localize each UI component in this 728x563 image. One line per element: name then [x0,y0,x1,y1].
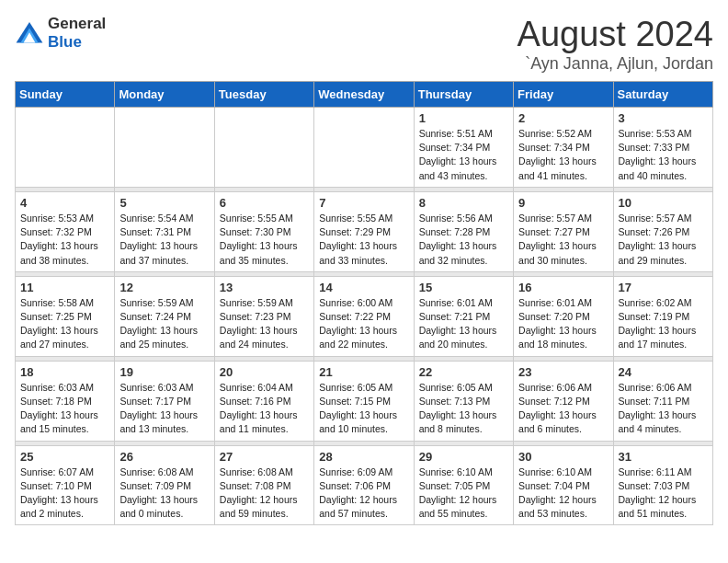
day-number: 17 [619,281,708,294]
logo-general: General [48,15,106,32]
title-block: August 2024 `Ayn Janna, Ajlun, Jordan [518,15,713,74]
day-info: Sunrise: 6:05 AM Sunset: 7:13 PM Dayligh… [419,381,508,437]
day-info: Sunrise: 6:01 AM Sunset: 7:20 PM Dayligh… [518,296,608,352]
day-number: 11 [20,281,109,294]
col-thursday: Thursday [414,82,513,108]
day-info: Sunrise: 6:10 AM Sunset: 7:04 PM Dayligh… [518,465,608,522]
calendar-header-row: Sunday Monday Tuesday Wednesday Thursday… [16,82,713,108]
day-number: 25 [20,450,109,464]
table-row: 24Sunrise: 6:06 AM Sunset: 7:11 PM Dayli… [613,361,712,441]
day-number: 7 [319,196,408,210]
table-row: 22Sunrise: 6:05 AM Sunset: 7:13 PM Dayli… [414,361,513,441]
calendar-week-row: 18Sunrise: 6:03 AM Sunset: 7:18 PM Dayli… [16,361,713,441]
day-info: Sunrise: 6:11 AM Sunset: 7:03 PM Dayligh… [619,465,708,522]
location-title: `Ayn Janna, Ajlun, Jordan [518,54,713,74]
table-row: 11Sunrise: 5:58 AM Sunset: 7:25 PM Dayli… [16,276,115,356]
table-row: 14Sunrise: 6:00 AM Sunset: 7:22 PM Dayli… [314,276,414,356]
day-number: 24 [619,365,708,379]
table-row: 10Sunrise: 5:57 AM Sunset: 7:26 PM Dayli… [613,191,712,271]
table-row [115,108,214,188]
calendar-table: Sunday Monday Tuesday Wednesday Thursday… [15,81,713,525]
col-saturday: Saturday [613,82,712,108]
table-row: 8Sunrise: 5:56 AM Sunset: 7:28 PM Daylig… [414,191,513,271]
col-monday: Monday [115,82,214,108]
day-number: 15 [419,281,508,294]
table-row: 4Sunrise: 5:53 AM Sunset: 7:32 PM Daylig… [16,191,115,271]
day-number: 23 [518,365,608,379]
table-row: 1Sunrise: 5:51 AM Sunset: 7:34 PM Daylig… [414,108,513,188]
table-row: 9Sunrise: 5:57 AM Sunset: 7:27 PM Daylig… [514,191,613,271]
day-number: 14 [319,281,408,294]
day-info: Sunrise: 5:53 AM Sunset: 7:32 PM Dayligh… [20,212,109,268]
day-info: Sunrise: 6:07 AM Sunset: 7:10 PM Dayligh… [20,465,109,522]
day-info: Sunrise: 6:06 AM Sunset: 7:11 PM Dayligh… [619,381,708,437]
day-info: Sunrise: 6:01 AM Sunset: 7:21 PM Dayligh… [419,296,508,352]
day-info: Sunrise: 6:06 AM Sunset: 7:12 PM Dayligh… [518,381,608,437]
calendar-week-row: 1Sunrise: 5:51 AM Sunset: 7:34 PM Daylig… [16,108,713,188]
day-info: Sunrise: 6:10 AM Sunset: 7:05 PM Dayligh… [419,465,508,522]
calendar-week-row: 25Sunrise: 6:07 AM Sunset: 7:10 PM Dayli… [16,445,713,525]
day-info: Sunrise: 5:58 AM Sunset: 7:25 PM Dayligh… [20,296,109,352]
table-row [314,108,414,188]
day-number: 20 [220,365,309,379]
table-row: 21Sunrise: 6:05 AM Sunset: 7:15 PM Dayli… [314,361,414,441]
table-row: 2Sunrise: 5:52 AM Sunset: 7:34 PM Daylig… [514,108,613,188]
table-row: 30Sunrise: 6:10 AM Sunset: 7:04 PM Dayli… [514,445,613,525]
table-row: 23Sunrise: 6:06 AM Sunset: 7:12 PM Dayli… [514,361,613,441]
day-number: 2 [518,111,608,125]
day-number: 22 [419,365,508,379]
day-number: 8 [419,196,508,210]
day-number: 18 [20,365,109,379]
calendar-week-row: 11Sunrise: 5:58 AM Sunset: 7:25 PM Dayli… [16,276,713,356]
day-number: 31 [619,450,708,464]
col-wednesday: Wednesday [314,82,414,108]
table-row: 13Sunrise: 5:59 AM Sunset: 7:23 PM Dayli… [214,276,313,356]
day-number: 1 [419,111,508,125]
day-number: 30 [518,450,608,464]
table-row: 17Sunrise: 6:02 AM Sunset: 7:19 PM Dayli… [613,276,712,356]
logo-icon [15,20,44,46]
calendar-week-row: 4Sunrise: 5:53 AM Sunset: 7:32 PM Daylig… [16,191,713,271]
table-row: 12Sunrise: 5:59 AM Sunset: 7:24 PM Dayli… [115,276,214,356]
day-info: Sunrise: 6:09 AM Sunset: 7:06 PM Dayligh… [319,465,408,522]
col-friday: Friday [514,82,613,108]
day-number: 28 [319,450,408,464]
table-row: 5Sunrise: 5:54 AM Sunset: 7:31 PM Daylig… [115,191,214,271]
day-info: Sunrise: 6:02 AM Sunset: 7:19 PM Dayligh… [619,296,708,352]
day-number: 5 [119,196,209,210]
table-row: 6Sunrise: 5:55 AM Sunset: 7:30 PM Daylig… [214,191,313,271]
table-row [16,108,115,188]
day-info: Sunrise: 6:00 AM Sunset: 7:22 PM Dayligh… [319,296,408,352]
day-number: 27 [220,450,309,464]
table-row: 7Sunrise: 5:55 AM Sunset: 7:29 PM Daylig… [314,191,414,271]
day-info: Sunrise: 5:59 AM Sunset: 7:23 PM Dayligh… [220,296,309,352]
day-number: 16 [518,281,608,294]
day-number: 26 [119,450,209,464]
table-row: 31Sunrise: 6:11 AM Sunset: 7:03 PM Dayli… [613,445,712,525]
day-number: 12 [119,281,209,294]
col-tuesday: Tuesday [214,82,313,108]
day-number: 29 [419,450,508,464]
logo-blue: Blue [48,33,82,51]
day-number: 10 [619,196,708,210]
day-info: Sunrise: 5:51 AM Sunset: 7:34 PM Dayligh… [419,127,508,183]
day-info: Sunrise: 6:05 AM Sunset: 7:15 PM Dayligh… [319,381,408,437]
day-info: Sunrise: 5:54 AM Sunset: 7:31 PM Dayligh… [119,212,209,268]
day-info: Sunrise: 6:08 AM Sunset: 7:08 PM Dayligh… [220,465,309,522]
table-row: 26Sunrise: 6:08 AM Sunset: 7:09 PM Dayli… [115,445,214,525]
table-row: 28Sunrise: 6:09 AM Sunset: 7:06 PM Dayli… [314,445,414,525]
day-info: Sunrise: 5:59 AM Sunset: 7:24 PM Dayligh… [119,296,209,352]
table-row: 18Sunrise: 6:03 AM Sunset: 7:18 PM Dayli… [16,361,115,441]
day-number: 21 [319,365,408,379]
table-row: 3Sunrise: 5:53 AM Sunset: 7:33 PM Daylig… [613,108,712,188]
day-info: Sunrise: 5:57 AM Sunset: 7:27 PM Dayligh… [518,212,608,268]
day-info: Sunrise: 5:57 AM Sunset: 7:26 PM Dayligh… [619,212,708,268]
page-header: General Blue August 2024 `Ayn Janna, Ajl… [15,15,713,74]
day-number: 19 [119,365,209,379]
table-row: 27Sunrise: 6:08 AM Sunset: 7:08 PM Dayli… [214,445,313,525]
day-number: 13 [220,281,309,294]
day-info: Sunrise: 5:55 AM Sunset: 7:29 PM Dayligh… [319,212,408,268]
col-sunday: Sunday [16,82,115,108]
month-title: August 2024 [518,15,713,54]
day-info: Sunrise: 6:04 AM Sunset: 7:16 PM Dayligh… [220,381,309,437]
